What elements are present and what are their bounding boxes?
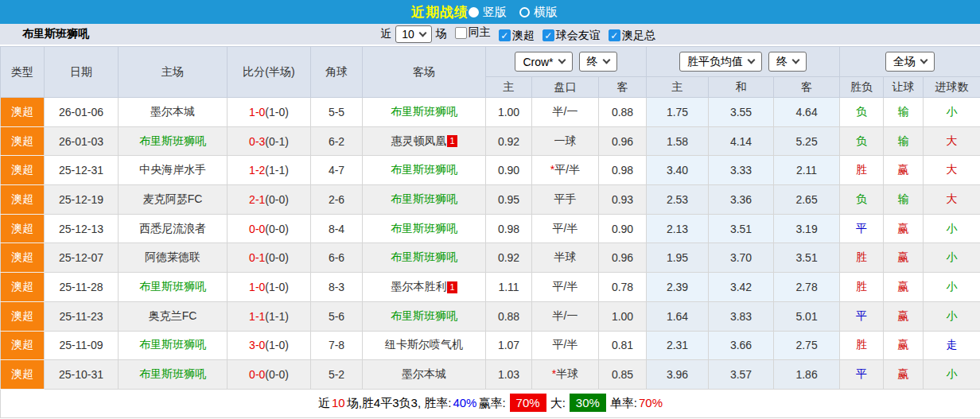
odds-time-select[interactable]: 终 <box>579 52 617 72</box>
filter-checkbox-澳超[interactable]: ✓澳超 <box>499 29 535 43</box>
league-badge[interactable]: 澳超 <box>1 301 45 331</box>
col-header-corners: 角球 <box>311 47 363 98</box>
home-team-name[interactable]: 墨尔本城 <box>150 105 195 118</box>
avg-lose-value: 3.51 <box>774 243 840 273</box>
away-team-name[interactable]: 布里斯班狮吼 <box>391 250 457 263</box>
home-team-cell: 布里斯班狮吼 <box>119 273 228 302</box>
home-team-name[interactable]: 西悉尼流浪者 <box>139 222 206 235</box>
checkbox-checked-icon[interactable]: ✓ <box>542 29 554 41</box>
match-date: 25-11-28 <box>45 273 119 302</box>
odds-away-value: 1.00 <box>599 301 647 331</box>
match-date: 25-12-07 <box>45 243 119 273</box>
home-team-name[interactable]: 奥克兰FC <box>149 309 197 322</box>
filter-checkbox-同主[interactable]: 同主 <box>455 25 491 40</box>
away-team-name[interactable]: 布里斯班狮吼 <box>391 105 457 118</box>
away-team-cell: 墨尔本城 <box>363 360 486 390</box>
away-team-name[interactable]: 布里斯班狮吼 <box>391 309 457 322</box>
avg-win-value: 1.75 <box>647 98 709 127</box>
home-team-name[interactable]: 布里斯班狮吼 <box>139 280 206 293</box>
table-row: 澳超 25-11-28 布里斯班狮吼 1-0(1-0) 8-3 墨尔本胜利1 1… <box>1 273 980 302</box>
subheader-avg-lose: 客 <box>774 77 840 98</box>
home-team-name[interactable]: 布里斯班狮吼 <box>139 338 206 351</box>
odds-group-header: Crow* 终 <box>486 47 647 77</box>
avg-lose-value: 2.75 <box>774 331 840 360</box>
avg-lose-value: 5.01 <box>774 301 840 331</box>
checkbox-checked-icon[interactable]: ✓ <box>499 29 511 41</box>
handicap-value: 平/半 <box>532 331 599 360</box>
halftime-score: (0-0) <box>265 223 289 235</box>
subheader-odds-away: 客 <box>599 77 647 98</box>
avg-odds-select[interactable]: 胜平负均值 <box>679 52 762 72</box>
fulltime-score: 3-0 <box>249 339 265 351</box>
away-team-name[interactable]: 布里斯班狮吼 <box>391 222 457 235</box>
corners-cell: 6-2 <box>311 126 363 156</box>
result-goals: 大 <box>924 126 980 156</box>
vertical-layout-radio[interactable] <box>469 7 479 17</box>
home-team-name[interactable]: 布里斯班狮吼 <box>139 367 206 380</box>
home-team-cell: 布里斯班狮吼 <box>119 360 228 390</box>
halftime-score: (1-1) <box>265 164 289 177</box>
match-date: 26-01-03 <box>45 126 119 156</box>
result-wdl: 胜 <box>840 243 884 273</box>
summary-segment: 40% <box>453 396 476 409</box>
league-badge[interactable]: 澳超 <box>1 126 45 156</box>
corners-cell: 2-6 <box>311 185 363 215</box>
checkbox-checked-icon[interactable]: ✓ <box>609 29 620 41</box>
vertical-layout-label[interactable]: 竖版 <box>483 5 507 20</box>
away-team-name[interactable]: 布里斯班狮吼 <box>391 192 457 205</box>
score-cell: 1-0(1-0) <box>228 273 311 302</box>
handicap-value: 半/一 <box>532 301 599 331</box>
subheader-handicap: 盘口 <box>532 77 599 98</box>
league-badge[interactable]: 澳超 <box>1 331 45 360</box>
summary-segment: 70% <box>639 396 663 409</box>
away-team-cell: 布里斯班狮吼 <box>363 98 486 127</box>
checkbox-unchecked-icon[interactable] <box>455 27 467 39</box>
league-badge[interactable]: 澳超 <box>1 98 45 127</box>
filter-checkbox-澳足总[interactable]: ✓澳足总 <box>609 29 655 43</box>
odds-home-value: 0.92 <box>486 126 532 156</box>
home-team-name[interactable]: 麦克阿瑟FC <box>143 192 203 205</box>
away-team-name[interactable]: 纽卡斯尔喷气机 <box>385 338 463 351</box>
home-team-name[interactable]: 布里斯班狮吼 <box>139 134 206 147</box>
halftime-score: (1-0) <box>265 281 289 293</box>
away-team-name[interactable]: 墨尔本城 <box>402 367 446 380</box>
odds-company-select[interactable]: Crow* <box>515 52 572 72</box>
result-handicap: 赢 <box>884 301 924 331</box>
away-team-name[interactable]: 惠灵顿凤凰 <box>391 134 446 147</box>
table-row: 澳超 25-12-19 麦克阿瑟FC 2-1(0-0) 2-6 布里斯班狮吼 0… <box>1 185 980 215</box>
score-cell: 0-0(0-0) <box>228 214 311 243</box>
league-badge[interactable]: 澳超 <box>1 214 45 243</box>
avg-win-value: 2.53 <box>647 185 709 215</box>
panel-header: 近期战绩 竖版 横版 <box>0 0 980 24</box>
league-badge[interactable]: 澳超 <box>1 185 45 215</box>
away-team-name[interactable]: 布里斯班狮吼 <box>391 163 457 176</box>
horizontal-layout-radio[interactable] <box>519 7 530 17</box>
league-badge[interactable]: 澳超 <box>1 156 45 185</box>
avg-draw-value: 3.33 <box>709 156 774 185</box>
table-row: 澳超 25-12-13 西悉尼流浪者 0-0(0-0) 8-4 布里斯班狮吼 0… <box>1 214 980 243</box>
league-badge[interactable]: 澳超 <box>1 360 45 390</box>
scope-select[interactable]: 全场 <box>885 52 935 72</box>
recent-count-select[interactable]: 10 <box>395 25 432 43</box>
avg-lose-value: 5.25 <box>774 126 840 156</box>
home-team-cell: 墨尔本城 <box>119 98 228 127</box>
home-team-name[interactable]: 中央海岸水手 <box>139 163 206 176</box>
avg-time-select[interactable]: 终 <box>768 52 807 72</box>
table-row: 澳超 25-11-09 布里斯班狮吼 3-0(1-0) 7-8 纽卡斯尔喷气机 … <box>1 331 980 360</box>
handicap-value: 平/半 <box>532 273 599 302</box>
horizontal-layout-label[interactable]: 横版 <box>534 5 558 20</box>
halftime-score: (0-0) <box>265 368 289 381</box>
chevron-down-icon <box>920 56 928 64</box>
home-team-name[interactable]: 阿德莱德联 <box>145 250 200 263</box>
league-badge[interactable]: 澳超 <box>1 273 45 302</box>
filter-checkbox-球会友谊[interactable]: ✓球会友谊 <box>542 29 601 43</box>
fulltime-score: 2-1 <box>249 193 265 206</box>
away-team-name[interactable]: 墨尔本胜利 <box>391 280 446 293</box>
subheader-result-goals: 进球数 <box>924 77 980 98</box>
avg-win-value: 2.13 <box>647 214 709 243</box>
halftime-score: (0-0) <box>265 193 289 206</box>
fulltime-score: 0-0 <box>249 368 265 381</box>
filter-controls: 近 10 场 同主✓澳超✓球会友谊✓澳足总 <box>325 25 655 43</box>
league-badge[interactable]: 澳超 <box>1 243 45 273</box>
away-team-cell: 布里斯班狮吼 <box>363 185 486 215</box>
